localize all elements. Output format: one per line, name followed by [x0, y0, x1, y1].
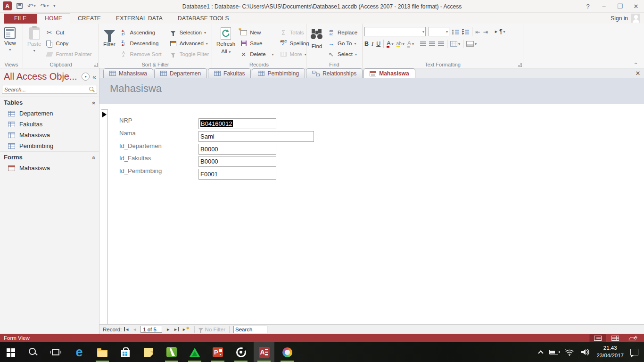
tab-database-tools[interactable]: DATABASE TOOLS — [170, 14, 237, 24]
id-fakultas-input[interactable] — [198, 156, 276, 167]
doc-tab-fakultas[interactable]: Fakultas — [208, 68, 251, 78]
tables-section-header[interactable]: Tables « — [0, 97, 99, 108]
replace-button[interactable]: abacReplace — [325, 27, 359, 38]
sidebar-item-pembimbing[interactable]: Pembimbing — [0, 140, 99, 151]
undo-dropdown-icon[interactable]: ▾ — [34, 4, 36, 8]
select-button[interactable]: ↖Select▾ — [325, 49, 359, 59]
sidebar-item-mahasiswa-table[interactable]: Mahasiswa — [0, 130, 99, 140]
record-selector-bar[interactable] — [101, 109, 108, 324]
text-formatting-dialog-launcher-icon[interactable] — [518, 63, 522, 67]
customize-qat-button[interactable]: ▾ — [53, 4, 55, 8]
record-position-box[interactable]: 1 of 5 — [140, 326, 162, 333]
id-departemen-input[interactable] — [198, 144, 276, 155]
filter-button[interactable]: Filter — [101, 25, 118, 48]
datasheet-view-button[interactable] — [606, 334, 624, 342]
tray-expand-icon[interactable] — [538, 350, 544, 355]
design-view-button[interactable] — [624, 334, 641, 342]
background-color-button[interactable]: A▾ — [407, 40, 414, 48]
tab-external-data[interactable]: EXTERNAL DATA — [108, 14, 170, 24]
taskbar-file-explorer[interactable] — [92, 342, 113, 362]
new-blank-record-button[interactable]: ►✱ — [181, 327, 190, 332]
font-size-combo[interactable]: ▾ — [429, 27, 449, 36]
close-document-icon[interactable]: ✕ — [635, 70, 641, 77]
collapse-forms-icon[interactable]: « — [91, 156, 97, 159]
save-quick-button[interactable] — [17, 3, 23, 9]
nav-pane-menu-icon[interactable]: ▾ — [82, 73, 90, 81]
nav-search-input[interactable] — [2, 87, 88, 92]
minimize-button[interactable]: – — [596, 0, 612, 13]
doc-tab-mahasiswa-table[interactable]: Mahasiswa — [103, 68, 153, 78]
increase-indent-button[interactable]: ⇥ — [483, 28, 487, 35]
taskbar-powerpoint[interactable]: P — [207, 342, 228, 362]
taskbar-recorder-app[interactable] — [231, 342, 251, 362]
undo-button[interactable]: ↶▾ — [27, 2, 36, 9]
save-record-button[interactable]: Save — [238, 38, 275, 49]
help-button[interactable]: ? — [580, 0, 596, 13]
totals-button[interactable]: ΣTotals — [278, 27, 311, 38]
view-dropdown-icon[interactable]: ▾ — [9, 48, 11, 52]
shutter-bar-close-icon[interactable]: « — [92, 73, 96, 81]
redo-dropdown-icon[interactable]: ▾ — [47, 4, 49, 8]
view-button[interactable]: View ▾ — [2, 25, 18, 52]
record-search-input[interactable] — [233, 326, 267, 333]
sidebar-item-departemen[interactable]: Departemen — [0, 108, 99, 119]
toggle-filter-button[interactable]: Toggle Filter — [167, 49, 211, 59]
new-record-button[interactable]: New — [238, 27, 275, 38]
taskbar-store[interactable] — [115, 342, 136, 362]
align-left-button[interactable] — [420, 41, 426, 46]
underline-button[interactable]: U — [376, 41, 380, 47]
taskbar-green-triangle-app[interactable] — [184, 342, 205, 362]
align-center-button[interactable] — [429, 41, 435, 46]
first-record-button[interactable]: ◄ — [123, 327, 130, 332]
previous-record-button[interactable]: ◄ — [132, 327, 138, 332]
delete-dropdown-icon[interactable]: ▾ — [272, 52, 274, 57]
sign-in-button[interactable]: Sign in — [611, 14, 640, 23]
format-painter-button[interactable]: Format Painter — [43, 49, 93, 59]
doc-tab-mahasiswa-form[interactable]: Mahasiswa — [363, 68, 415, 78]
paste-dropdown-icon[interactable]: ▾ — [33, 49, 35, 53]
taskbar-paint[interactable] — [277, 342, 297, 362]
tray-clock[interactable]: 21.43 23/04/2017 — [596, 345, 624, 359]
taskbar-search-button[interactable] — [23, 342, 43, 362]
form-view-button[interactable] — [589, 334, 606, 342]
highlight-color-button[interactable]: ab▾ — [396, 41, 405, 47]
numbering-button[interactable] — [462, 29, 469, 34]
selection-button[interactable]: Selection▾ — [167, 27, 211, 38]
task-view-button[interactable] — [45, 342, 66, 362]
more-button[interactable]: More▾ — [278, 49, 311, 59]
paste-button[interactable]: Paste ▾ — [25, 25, 43, 53]
doc-tab-relationships[interactable]: Relationships — [306, 68, 363, 78]
taskbar-coreldraw[interactable] — [161, 342, 182, 362]
tab-create[interactable]: CREATE — [70, 14, 108, 24]
volume-icon[interactable] — [581, 348, 590, 356]
next-record-button[interactable]: ► — [165, 327, 171, 332]
no-filter-button[interactable]: No Filter — [198, 327, 225, 332]
cut-button[interactable]: ✂Cut — [43, 27, 93, 38]
advanced-button[interactable]: Advanced▾ — [167, 38, 211, 49]
find-button[interactable]: Find — [308, 25, 325, 49]
id-pembimbing-input[interactable] — [198, 169, 276, 180]
nrp-input[interactable]: B04160012 — [198, 118, 276, 129]
wifi-icon[interactable]: * — [565, 349, 574, 356]
clipboard-dialog-launcher-icon[interactable] — [94, 63, 98, 67]
ascending-button[interactable]: AZ↓Ascending — [118, 27, 164, 38]
taskbar-access-active[interactable]: A — [254, 342, 274, 362]
font-name-combo[interactable]: ▾ — [364, 27, 426, 36]
font-color-button[interactable]: A▾ — [387, 40, 393, 48]
italic-button[interactable]: I — [372, 41, 373, 48]
forms-section-header[interactable]: Forms « — [0, 151, 99, 163]
nama-input[interactable] — [198, 131, 314, 142]
delete-record-button[interactable]: ✕Delete▾ — [238, 49, 275, 59]
text-direction-button[interactable]: ►¶▾ — [494, 28, 505, 35]
taskbar-sticky-notes[interactable] — [138, 342, 159, 362]
remove-sort-button[interactable]: AZRemove Sort — [118, 49, 164, 59]
redo-button[interactable]: ↷▾ — [41, 2, 49, 9]
restore-button[interactable]: ❐ — [612, 0, 628, 13]
decrease-indent-button[interactable]: ⇤ — [475, 28, 480, 35]
battery-icon[interactable] — [549, 350, 558, 354]
doc-tab-departemen[interactable]: Departemen — [154, 68, 207, 78]
sidebar-item-fakultas[interactable]: Fakultas — [0, 119, 99, 130]
taskbar-edge[interactable]: e — [69, 342, 90, 362]
collapse-ribbon-button[interactable]: ‹ — [632, 60, 639, 66]
go-to-button[interactable]: →Go To▾ — [325, 38, 359, 49]
